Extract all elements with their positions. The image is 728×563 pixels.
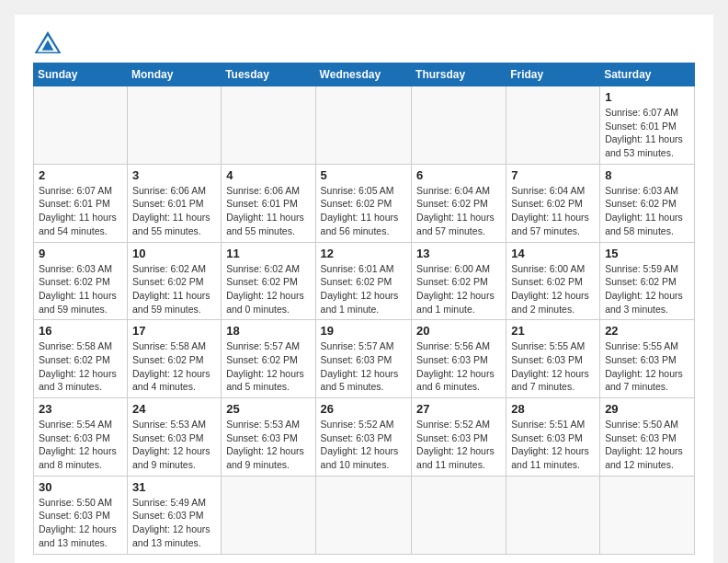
day-info: Sunrise: 5:52 AMSunset: 6:03 PMDaylight:…	[416, 418, 501, 472]
day-info: Sunrise: 5:52 AMSunset: 6:03 PMDaylight:…	[321, 418, 406, 472]
day-number: 5	[321, 168, 406, 182]
day-number: 9	[39, 247, 122, 260]
day-number: 7	[511, 168, 595, 182]
day-number: 14	[511, 247, 595, 260]
calendar-cell: 13Sunrise: 6:00 AMSunset: 6:02 PMDayligh…	[412, 242, 506, 320]
day-number: 6	[416, 168, 501, 182]
day-info: Sunrise: 6:02 AMSunset: 6:02 PMDaylight:…	[226, 262, 310, 316]
calendar-cell: 21Sunrise: 5:55 AMSunset: 6:03 PMDayligh…	[506, 320, 600, 398]
calendar-cell: 8Sunrise: 6:03 AMSunset: 6:02 PMDaylight…	[600, 164, 695, 242]
day-number: 24	[132, 402, 216, 416]
weekday-header-tuesday: Tuesday	[222, 63, 315, 86]
weekday-header-wednesday: Wednesday	[315, 63, 411, 86]
day-info: Sunrise: 5:58 AMSunset: 6:02 PMDaylight:…	[39, 339, 122, 394]
day-number: 10	[132, 247, 216, 260]
calendar-table: SundayMondayTuesdayWednesdayThursdayFrid…	[33, 63, 695, 555]
day-info: Sunrise: 6:00 AMSunset: 6:02 PMDaylight:…	[416, 262, 501, 316]
calendar-cell: 28Sunrise: 5:51 AMSunset: 6:03 PMDayligh…	[506, 398, 600, 477]
day-info: Sunrise: 6:02 AMSunset: 6:02 PMDaylight:…	[132, 262, 216, 316]
calendar-cell	[412, 86, 506, 165]
day-number: 31	[132, 480, 216, 494]
day-number: 17	[132, 324, 216, 338]
day-info: Sunrise: 5:57 AMSunset: 6:03 PMDaylight:…	[321, 339, 406, 394]
logo-icon	[33, 29, 63, 55]
day-info: Sunrise: 6:07 AMSunset: 6:01 PMDaylight:…	[39, 184, 122, 238]
day-number: 21	[511, 324, 595, 338]
calendar-cell: 24Sunrise: 5:53 AMSunset: 6:03 PMDayligh…	[127, 398, 221, 477]
calendar-body: 1Sunrise: 6:07 AMSunset: 6:01 PMDaylight…	[34, 86, 695, 555]
calendar-cell: 14Sunrise: 6:00 AMSunset: 6:02 PMDayligh…	[506, 242, 600, 320]
day-info: Sunrise: 6:04 AMSunset: 6:02 PMDaylight:…	[416, 184, 501, 238]
calendar-header: SundayMondayTuesdayWednesdayThursdayFrid…	[34, 63, 695, 86]
calendar-cell	[600, 476, 695, 554]
week-row-2: 2Sunrise: 6:07 AMSunset: 6:01 PMDaylight…	[34, 164, 695, 242]
page-header	[33, 29, 695, 55]
week-row-3: 9Sunrise: 6:03 AMSunset: 6:02 PMDaylight…	[34, 242, 695, 320]
day-info: Sunrise: 5:58 AMSunset: 6:02 PMDaylight:…	[132, 339, 216, 394]
weekday-header-row: SundayMondayTuesdayWednesdayThursdayFrid…	[34, 63, 695, 86]
weekday-header-saturday: Saturday	[600, 63, 695, 86]
calendar-cell: 27Sunrise: 5:52 AMSunset: 6:03 PMDayligh…	[412, 398, 506, 477]
calendar-cell: 29Sunrise: 5:50 AMSunset: 6:03 PMDayligh…	[600, 398, 695, 477]
day-number: 1	[605, 90, 689, 104]
day-number: 25	[226, 402, 310, 416]
day-number: 29	[605, 402, 689, 416]
calendar-cell	[412, 476, 506, 554]
day-info: Sunrise: 6:06 AMSunset: 6:01 PMDaylight:…	[132, 184, 216, 238]
calendar-cell	[506, 476, 600, 554]
calendar-cell: 16Sunrise: 5:58 AMSunset: 6:02 PMDayligh…	[34, 320, 128, 398]
calendar-cell: 2Sunrise: 6:07 AMSunset: 6:01 PMDaylight…	[34, 164, 128, 242]
day-info: Sunrise: 5:50 AMSunset: 6:03 PMDaylight:…	[39, 496, 122, 550]
day-info: Sunrise: 6:03 AMSunset: 6:02 PMDaylight:…	[39, 262, 122, 316]
calendar-cell: 10Sunrise: 6:02 AMSunset: 6:02 PMDayligh…	[127, 242, 221, 320]
day-info: Sunrise: 6:04 AMSunset: 6:02 PMDaylight:…	[511, 184, 595, 238]
day-number: 2	[39, 168, 122, 182]
day-number: 18	[226, 324, 310, 338]
calendar-cell	[222, 86, 315, 165]
calendar-cell: 4Sunrise: 6:06 AMSunset: 6:01 PMDaylight…	[222, 164, 315, 242]
calendar-cell	[315, 86, 411, 165]
calendar-cell	[506, 86, 600, 165]
day-number: 26	[321, 402, 406, 416]
day-number: 13	[416, 247, 501, 260]
calendar-cell	[315, 476, 411, 554]
calendar-cell: 15Sunrise: 5:59 AMSunset: 6:02 PMDayligh…	[600, 242, 695, 320]
weekday-header-friday: Friday	[506, 63, 600, 86]
day-info: Sunrise: 6:03 AMSunset: 6:02 PMDaylight:…	[605, 184, 689, 238]
calendar-cell: 25Sunrise: 5:53 AMSunset: 6:03 PMDayligh…	[222, 398, 315, 477]
calendar-cell: 12Sunrise: 6:01 AMSunset: 6:02 PMDayligh…	[315, 242, 411, 320]
logo	[33, 29, 66, 55]
day-info: Sunrise: 5:53 AMSunset: 6:03 PMDaylight:…	[226, 418, 310, 472]
day-info: Sunrise: 5:57 AMSunset: 6:02 PMDaylight:…	[226, 339, 310, 394]
calendar-cell: 17Sunrise: 5:58 AMSunset: 6:02 PMDayligh…	[127, 320, 221, 398]
calendar-cell	[34, 86, 128, 165]
calendar-cell	[127, 86, 221, 165]
day-info: Sunrise: 6:05 AMSunset: 6:02 PMDaylight:…	[321, 184, 406, 238]
day-info: Sunrise: 5:50 AMSunset: 6:03 PMDaylight:…	[605, 418, 689, 472]
calendar-cell: 6Sunrise: 6:04 AMSunset: 6:02 PMDaylight…	[412, 164, 506, 242]
day-number: 22	[605, 324, 689, 338]
calendar-cell: 5Sunrise: 6:05 AMSunset: 6:02 PMDaylight…	[315, 164, 411, 242]
day-info: Sunrise: 5:54 AMSunset: 6:03 PMDaylight:…	[39, 418, 122, 472]
calendar-cell	[222, 476, 315, 554]
calendar-cell: 31Sunrise: 5:49 AMSunset: 6:03 PMDayligh…	[127, 476, 221, 554]
day-number: 15	[605, 247, 689, 260]
day-number: 19	[321, 324, 406, 338]
calendar-cell: 20Sunrise: 5:56 AMSunset: 6:03 PMDayligh…	[412, 320, 506, 398]
calendar-cell: 3Sunrise: 6:06 AMSunset: 6:01 PMDaylight…	[127, 164, 221, 242]
day-info: Sunrise: 5:51 AMSunset: 6:03 PMDaylight:…	[511, 418, 595, 472]
week-row-4: 16Sunrise: 5:58 AMSunset: 6:02 PMDayligh…	[34, 320, 695, 398]
day-number: 28	[511, 402, 595, 416]
calendar-cell: 26Sunrise: 5:52 AMSunset: 6:03 PMDayligh…	[315, 398, 411, 477]
week-row-1: 1Sunrise: 6:07 AMSunset: 6:01 PMDaylight…	[34, 86, 695, 165]
calendar-cell: 22Sunrise: 5:55 AMSunset: 6:03 PMDayligh…	[600, 320, 695, 398]
calendar-cell: 11Sunrise: 6:02 AMSunset: 6:02 PMDayligh…	[222, 242, 315, 320]
week-row-5: 23Sunrise: 5:54 AMSunset: 6:03 PMDayligh…	[34, 398, 695, 477]
calendar-cell: 9Sunrise: 6:03 AMSunset: 6:02 PMDaylight…	[34, 242, 128, 320]
day-number: 27	[416, 402, 501, 416]
calendar-cell: 7Sunrise: 6:04 AMSunset: 6:02 PMDaylight…	[506, 164, 600, 242]
day-info: Sunrise: 5:56 AMSunset: 6:03 PMDaylight:…	[416, 339, 501, 394]
calendar-cell: 23Sunrise: 5:54 AMSunset: 6:03 PMDayligh…	[34, 398, 128, 477]
day-number: 12	[321, 247, 406, 260]
calendar-cell: 30Sunrise: 5:50 AMSunset: 6:03 PMDayligh…	[34, 476, 128, 554]
